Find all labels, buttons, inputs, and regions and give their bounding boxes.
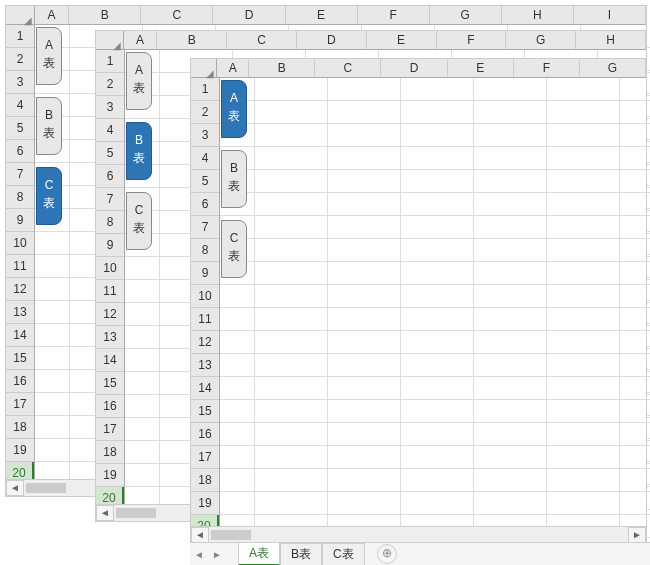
cell[interactable] — [547, 124, 620, 147]
row-header-6[interactable]: 6 — [191, 193, 219, 216]
col-header-F[interactable]: F — [514, 59, 580, 77]
row-header-3[interactable]: 3 — [191, 124, 219, 147]
col-header-G[interactable]: G — [580, 59, 646, 77]
col-header-H[interactable]: H — [502, 6, 574, 24]
cell[interactable] — [547, 423, 620, 446]
cell[interactable] — [328, 423, 401, 446]
cell[interactable] — [401, 78, 474, 101]
row-header-9[interactable]: 9 — [6, 209, 34, 232]
cell[interactable] — [547, 170, 620, 193]
cell[interactable] — [255, 446, 328, 469]
cell[interactable] — [620, 285, 650, 308]
cell[interactable] — [474, 354, 547, 377]
cell[interactable] — [328, 216, 401, 239]
cell[interactable] — [328, 78, 401, 101]
cell[interactable] — [401, 400, 474, 423]
cell[interactable] — [255, 354, 328, 377]
scroll-left-icon[interactable]: ◄ — [191, 527, 209, 543]
cell[interactable] — [474, 147, 547, 170]
cell[interactable] — [547, 354, 620, 377]
cell[interactable] — [328, 124, 401, 147]
cell[interactable] — [401, 377, 474, 400]
cell[interactable] — [220, 423, 255, 446]
cell[interactable] — [620, 147, 650, 170]
cell[interactable] — [474, 446, 547, 469]
nav-next-icon[interactable]: ► — [208, 549, 226, 560]
cell[interactable] — [620, 423, 650, 446]
sheet-shape-B[interactable]: B表 — [221, 150, 247, 208]
row-header-3[interactable]: 3 — [6, 71, 34, 94]
cell[interactable] — [255, 308, 328, 331]
col-header-F[interactable]: F — [437, 31, 507, 49]
row-header-13[interactable]: 13 — [96, 326, 124, 349]
row-header-6[interactable]: 6 — [96, 165, 124, 188]
row-header-7[interactable]: 7 — [6, 163, 34, 186]
col-header-F[interactable]: F — [358, 6, 430, 24]
row-header-16[interactable]: 16 — [6, 370, 34, 393]
row-header-4[interactable]: 4 — [96, 119, 124, 142]
cell[interactable] — [474, 262, 547, 285]
cell[interactable] — [328, 492, 401, 515]
cell[interactable] — [474, 400, 547, 423]
cell[interactable] — [401, 285, 474, 308]
tab-a[interactable]: A表 — [238, 542, 280, 565]
cell[interactable] — [328, 170, 401, 193]
cell[interactable] — [401, 446, 474, 469]
cell[interactable] — [474, 423, 547, 446]
cell[interactable] — [620, 262, 650, 285]
tab-c[interactable]: C表 — [322, 543, 365, 565]
col-header-E[interactable]: E — [367, 31, 437, 49]
cell[interactable] — [547, 216, 620, 239]
cell[interactable] — [255, 492, 328, 515]
cell[interactable] — [220, 446, 255, 469]
cell[interactable] — [125, 464, 160, 487]
cell[interactable] — [220, 377, 255, 400]
cell[interactable] — [255, 193, 328, 216]
cell[interactable] — [401, 147, 474, 170]
cell[interactable] — [220, 354, 255, 377]
cell[interactable] — [474, 285, 547, 308]
row-header-5[interactable]: 5 — [6, 117, 34, 140]
cell[interactable] — [620, 78, 650, 101]
row-header-7[interactable]: 7 — [96, 188, 124, 211]
cell[interactable] — [547, 78, 620, 101]
row-header-10[interactable]: 10 — [96, 257, 124, 280]
row-header-8[interactable]: 8 — [191, 239, 219, 262]
row-header-12[interactable]: 12 — [96, 303, 124, 326]
cell[interactable] — [620, 101, 650, 124]
cell-grid[interactable] — [220, 78, 650, 538]
cell[interactable] — [474, 170, 547, 193]
row-header-1[interactable]: 1 — [6, 25, 34, 48]
cell[interactable] — [125, 395, 160, 418]
cell[interactable] — [35, 370, 70, 393]
cell[interactable] — [35, 324, 70, 347]
cell[interactable] — [125, 326, 160, 349]
col-header-A[interactable]: A — [124, 31, 158, 49]
cell[interactable] — [401, 331, 474, 354]
cell[interactable] — [35, 416, 70, 439]
cell[interactable] — [620, 239, 650, 262]
row-header-13[interactable]: 13 — [191, 354, 219, 377]
sheet-shape-A[interactable]: A表 — [36, 27, 62, 85]
cell[interactable] — [255, 262, 328, 285]
cell[interactable] — [125, 257, 160, 280]
cell[interactable] — [620, 400, 650, 423]
row-header-1[interactable]: 1 — [191, 78, 219, 101]
col-header-I[interactable]: I — [574, 6, 646, 24]
col-header-B[interactable]: B — [69, 6, 141, 24]
cell[interactable] — [401, 239, 474, 262]
row-header-18[interactable]: 18 — [191, 469, 219, 492]
row-header-2[interactable]: 2 — [96, 73, 124, 96]
row-header-6[interactable]: 6 — [6, 140, 34, 163]
cell[interactable] — [220, 492, 255, 515]
cell[interactable] — [125, 441, 160, 464]
cell[interactable] — [547, 101, 620, 124]
cell[interactable] — [547, 285, 620, 308]
cell[interactable] — [220, 469, 255, 492]
cell[interactable] — [328, 147, 401, 170]
row-header-9[interactable]: 9 — [96, 234, 124, 257]
col-header-G[interactable]: G — [430, 6, 502, 24]
cell[interactable] — [328, 354, 401, 377]
col-header-H[interactable]: H — [576, 31, 646, 49]
cell[interactable] — [220, 308, 255, 331]
